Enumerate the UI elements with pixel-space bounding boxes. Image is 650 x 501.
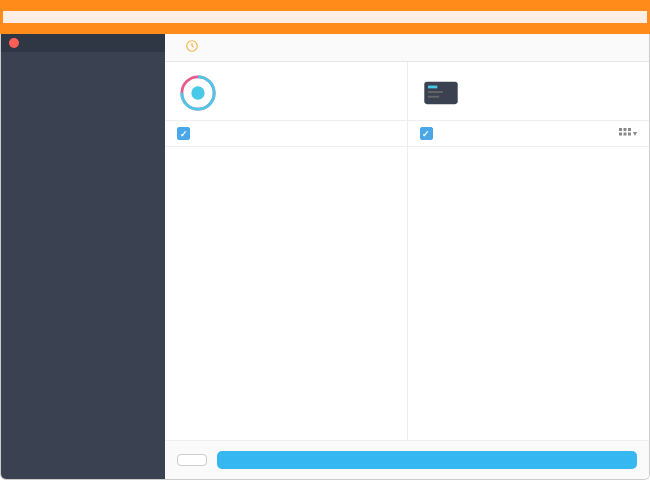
svg-point-3 xyxy=(191,86,204,99)
close-icon[interactable] xyxy=(9,38,19,48)
main-area: ▾ xyxy=(165,34,649,479)
category-list xyxy=(165,147,407,440)
checkbox-all[interactable] xyxy=(177,127,190,140)
svg-rect-8 xyxy=(619,128,622,131)
safe-cleanup-icon xyxy=(179,74,217,112)
content-panes: ▾ xyxy=(165,62,649,440)
svg-rect-9 xyxy=(624,128,627,131)
categories-pane xyxy=(165,62,408,440)
view-mode-icon[interactable]: ▾ xyxy=(619,128,637,140)
pane-header xyxy=(165,62,407,120)
rescan-button[interactable] xyxy=(177,454,207,466)
svg-rect-12 xyxy=(624,132,627,135)
svg-rect-13 xyxy=(628,132,631,135)
clean-button[interactable] xyxy=(217,451,637,469)
pane-header xyxy=(408,62,650,120)
details-list xyxy=(408,147,650,440)
details-pane: ▾ xyxy=(408,62,650,440)
promo-banner xyxy=(0,0,650,34)
app-window: ▾ xyxy=(0,34,650,480)
check-all-left[interactable] xyxy=(165,120,407,147)
svg-rect-6 xyxy=(428,91,443,93)
logs-icon xyxy=(422,74,460,112)
bottom-bar xyxy=(165,440,649,479)
svg-rect-10 xyxy=(628,128,631,131)
checkbox-all[interactable] xyxy=(420,127,433,140)
svg-rect-7 xyxy=(428,96,439,98)
banner-text xyxy=(3,11,647,23)
sidebar xyxy=(1,34,165,479)
topbar xyxy=(165,34,649,62)
svg-rect-11 xyxy=(619,132,622,135)
window-controls xyxy=(1,34,165,52)
check-all-right[interactable]: ▾ xyxy=(408,120,650,147)
svg-rect-5 xyxy=(428,86,437,89)
history-icon[interactable] xyxy=(185,39,199,57)
